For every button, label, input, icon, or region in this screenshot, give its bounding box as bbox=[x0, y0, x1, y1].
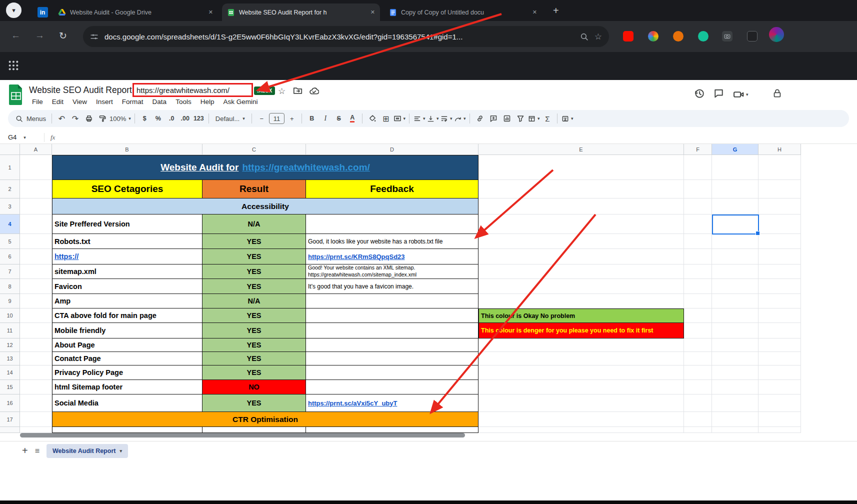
cell-seo-categories-header[interactable]: SEO Cetagories bbox=[52, 180, 202, 198]
cell-B8[interactable]: Favicon bbox=[52, 279, 202, 294]
reload-button[interactable]: ↻ bbox=[59, 30, 67, 42]
cell-B13[interactable]: Conatct Page bbox=[52, 352, 202, 366]
version-history-icon[interactable] bbox=[694, 88, 704, 100]
zoom-icon[interactable] bbox=[580, 32, 588, 41]
cell-A14[interactable] bbox=[20, 366, 52, 380]
cell-F2[interactable] bbox=[684, 180, 712, 198]
row-header-4[interactable]: 4 bbox=[0, 214, 20, 234]
insert-comment-icon[interactable] bbox=[487, 112, 500, 125]
column-header-B[interactable]: B bbox=[52, 144, 202, 155]
cell-D18[interactable] bbox=[306, 427, 478, 433]
cell-C8[interactable]: YES bbox=[202, 279, 306, 294]
cell-H9[interactable] bbox=[758, 294, 801, 308]
sheet-tab-website-audit-report[interactable]: Website Audit Report ▾ bbox=[46, 444, 128, 458]
cell-D6[interactable]: https://prnt.sc/KRmS8QpqSd23 bbox=[306, 249, 478, 264]
cell-B10[interactable]: CTA above fold for main page bbox=[52, 308, 202, 323]
cell-A13[interactable] bbox=[20, 352, 52, 366]
cell-G4[interactable] bbox=[712, 214, 758, 234]
cell-H12[interactable] bbox=[758, 338, 801, 352]
cell-H10[interactable] bbox=[758, 308, 801, 323]
cell-G13[interactable] bbox=[712, 352, 758, 366]
cell-G6[interactable] bbox=[712, 249, 758, 264]
cell-H7[interactable] bbox=[758, 264, 801, 279]
address-bar[interactable]: docs.google.com/spreadsheets/d/1S-g2E5ww… bbox=[83, 26, 609, 47]
row-header-1[interactable]: 1 bbox=[0, 155, 20, 180]
cell-H16[interactable] bbox=[758, 394, 801, 412]
site-settings-icon[interactable] bbox=[90, 32, 98, 41]
cell-A1[interactable] bbox=[20, 155, 52, 180]
cell-C16[interactable]: YES bbox=[202, 394, 306, 412]
cell-A12[interactable] bbox=[20, 338, 52, 352]
insert-chart-icon[interactable] bbox=[500, 112, 513, 125]
percent-format-button[interactable]: % bbox=[152, 112, 164, 125]
cell-E12[interactable] bbox=[478, 338, 684, 352]
tab-search-button[interactable]: ▾ bbox=[6, 2, 22, 18]
cell-E16[interactable] bbox=[478, 394, 684, 412]
number-format-button[interactable]: 123 bbox=[192, 112, 205, 125]
cell-G9[interactable] bbox=[712, 294, 758, 308]
cell-C10[interactable]: YES bbox=[202, 308, 306, 323]
cell-H13[interactable] bbox=[758, 352, 801, 366]
cell-E6[interactable] bbox=[478, 249, 684, 264]
extension-orange-icon[interactable] bbox=[673, 31, 684, 42]
strikethrough-button[interactable]: S bbox=[332, 112, 345, 125]
decrease-font-size-button[interactable]: − bbox=[256, 112, 268, 125]
cell-D13[interactable] bbox=[306, 352, 478, 366]
cell-C18[interactable] bbox=[202, 427, 306, 433]
cell-C4[interactable]: N/A bbox=[202, 214, 306, 234]
cell-F14[interactable] bbox=[684, 366, 712, 380]
cell-D15[interactable] bbox=[306, 380, 478, 394]
share-lock-icon[interactable] bbox=[772, 88, 782, 100]
cell-A15[interactable] bbox=[20, 380, 52, 394]
cell-audit-title[interactable]: Website Audit forhttps://greatwhitewash.… bbox=[52, 155, 478, 180]
extension-camera-icon[interactable] bbox=[722, 31, 732, 42]
column-header-A[interactable]: A bbox=[20, 144, 52, 155]
bold-button[interactable]: B bbox=[306, 112, 318, 125]
row-header-16[interactable]: 16 bbox=[0, 394, 20, 412]
sheets-logo[interactable] bbox=[8, 84, 24, 105]
cell-B18[interactable] bbox=[52, 427, 202, 433]
cell-G15[interactable] bbox=[712, 380, 758, 394]
cell-legend-danger[interactable]: This colour is denger for you please you… bbox=[478, 323, 684, 338]
menu-help[interactable]: Help bbox=[196, 96, 218, 107]
cell-E5[interactable] bbox=[478, 234, 684, 249]
cell-E7[interactable] bbox=[478, 264, 684, 279]
cell-B15[interactable]: html Sitemap footer bbox=[52, 380, 202, 394]
column-header-E[interactable]: E bbox=[478, 144, 684, 155]
cell-E3[interactable] bbox=[478, 198, 684, 214]
cell-H18[interactable] bbox=[758, 427, 801, 433]
cell-H17[interactable] bbox=[758, 412, 801, 427]
extension-dark-icon[interactable] bbox=[747, 31, 758, 42]
menu-edit[interactable]: Edit bbox=[48, 96, 68, 107]
row-header-12[interactable]: 12 bbox=[0, 338, 20, 352]
cell-A17[interactable] bbox=[20, 412, 52, 427]
browser-tab-docs[interactable]: Copy of Copy of Untitled docu ✕ bbox=[384, 4, 542, 21]
cell-D7[interactable]: Good! Your website contains an XML sitem… bbox=[306, 264, 478, 279]
grid-corner-cell[interactable] bbox=[0, 144, 20, 155]
extension-grammarly-icon[interactable] bbox=[698, 31, 708, 42]
cell-G18[interactable] bbox=[712, 427, 758, 433]
vertical-align-icon[interactable]: ▾ bbox=[426, 112, 439, 125]
browser-tab-sheets[interactable]: Website SEO Audit Report for h ✕ bbox=[222, 4, 380, 21]
horizontal-scrollbar[interactable] bbox=[20, 433, 465, 438]
cell-A16[interactable] bbox=[20, 394, 52, 412]
horizontal-align-icon[interactable]: ▾ bbox=[413, 112, 426, 125]
cell-section-section2[interactable]: CTR Optimisation bbox=[52, 412, 478, 427]
column-header-D[interactable]: D bbox=[306, 144, 478, 155]
cell-H6[interactable] bbox=[758, 249, 801, 264]
cell-C13[interactable]: YES bbox=[202, 352, 306, 366]
cell-F11[interactable] bbox=[684, 323, 712, 338]
cell-feedback-header[interactable]: Feedback bbox=[306, 180, 478, 198]
cell-H8[interactable] bbox=[758, 279, 801, 294]
decrease-decimal-button[interactable]: .0 bbox=[166, 112, 178, 125]
cell-B9[interactable]: Amp bbox=[52, 294, 202, 308]
cell-F9[interactable] bbox=[684, 294, 712, 308]
cell-F3[interactable] bbox=[684, 198, 712, 214]
increase-decimal-button[interactable]: .00 bbox=[179, 112, 192, 125]
extension-adobe-icon[interactable] bbox=[623, 31, 634, 42]
cell-H2[interactable] bbox=[758, 180, 801, 198]
cell-F7[interactable] bbox=[684, 264, 712, 279]
cell-G14[interactable] bbox=[712, 366, 758, 380]
meet-camera-icon[interactable]: ▾ bbox=[733, 89, 748, 100]
row-header-3[interactable]: 3 bbox=[0, 198, 20, 214]
